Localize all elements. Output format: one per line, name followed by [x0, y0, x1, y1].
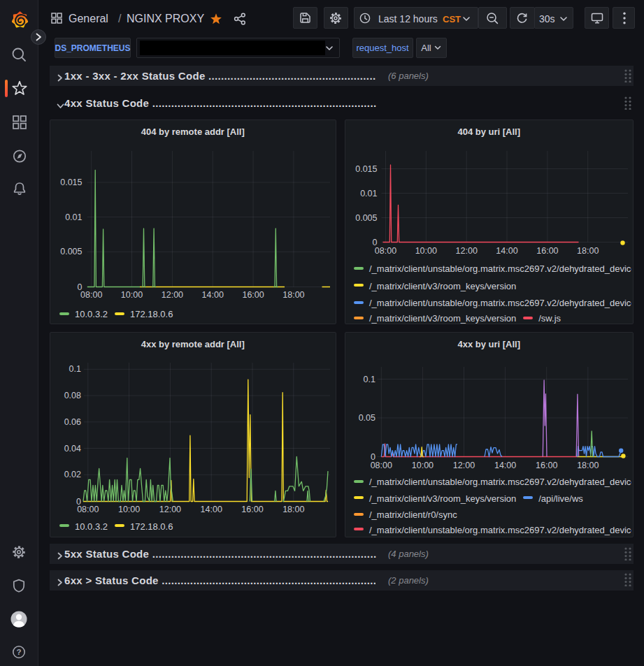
svg-text:0.015: 0.015 [60, 178, 82, 187]
svg-text:0.04: 0.04 [64, 444, 81, 454]
svg-text:0.05: 0.05 [358, 413, 375, 423]
svg-text:12:00: 12:00 [162, 290, 183, 300]
svg-text:0.06: 0.06 [64, 417, 81, 427]
svg-text:16:00: 16:00 [241, 505, 263, 514]
svg-text:08:00: 08:00 [374, 246, 396, 256]
svg-text:0.01: 0.01 [65, 212, 82, 222]
svg-text:?: ? [16, 648, 21, 656]
svg-text:14:00: 14:00 [494, 461, 515, 470]
svg-text:08:00: 08:00 [80, 290, 102, 300]
svg-text:08:00: 08:00 [370, 461, 392, 470]
svg-text:16:00: 16:00 [536, 461, 557, 470]
svg-text:14:00: 14:00 [496, 246, 517, 256]
svg-text:14:00: 14:00 [201, 505, 222, 514]
svg-text:16:00: 16:00 [242, 290, 264, 300]
svg-text:16:00: 16:00 [536, 246, 558, 256]
svg-text:0.08: 0.08 [64, 391, 81, 400]
svg-text:10:00: 10:00 [118, 505, 140, 514]
svg-text:10:00: 10:00 [411, 461, 433, 470]
svg-text:0.015: 0.015 [355, 164, 377, 174]
svg-text:0.01: 0.01 [360, 189, 377, 198]
svg-text:0.005: 0.005 [355, 213, 377, 223]
svg-text:14:00: 14:00 [202, 290, 224, 300]
svg-text:12:00: 12:00 [455, 246, 477, 256]
svg-text:0.02: 0.02 [64, 470, 81, 479]
svg-text:12:00: 12:00 [452, 461, 474, 470]
svg-text:18:00: 18:00 [282, 505, 304, 514]
svg-text:08:00: 08:00 [77, 505, 99, 514]
svg-text:12:00: 12:00 [159, 505, 181, 514]
svg-text:10:00: 10:00 [415, 246, 436, 256]
svg-text:18:00: 18:00 [577, 246, 599, 256]
svg-text:18:00: 18:00 [282, 290, 304, 300]
svg-text:0.1: 0.1 [363, 375, 375, 384]
svg-text:0.005: 0.005 [60, 247, 82, 256]
svg-text:10:00: 10:00 [121, 290, 143, 300]
svg-text:0.1: 0.1 [69, 364, 81, 374]
svg-text:18:00: 18:00 [577, 461, 599, 470]
